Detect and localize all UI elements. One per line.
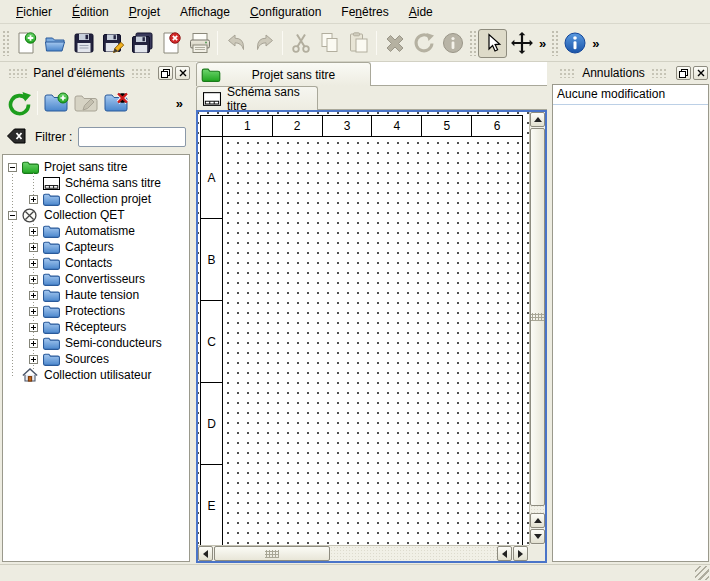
menu-affichage[interactable]: Affichage [170,2,240,22]
menu-fichier[interactable]: Fichier [6,2,62,22]
expand-expander-icon[interactable] [29,227,38,236]
tree-branch-line [12,165,13,377]
tree-item-semi-conducteurs[interactable]: Semi-conducteurs [3,335,189,351]
collapse-expander-icon[interactable] [8,163,17,172]
menu-aide[interactable]: Aide [399,2,443,22]
new-category-button[interactable] [41,88,71,118]
expand-expander-icon[interactable] [29,307,38,316]
filter-input[interactable] [78,127,186,147]
rotate-button-disabled[interactable] [409,29,438,58]
copy-button-disabled[interactable] [315,29,344,58]
expand-expander-icon[interactable] [29,275,38,284]
menu-projet[interactable]: Projet [119,2,170,22]
horizontal-scrollbar[interactable] [198,545,529,561]
folder-icon [43,352,60,366]
diagram-icon [203,91,221,106]
tree-item-contacts[interactable]: Contacts [3,255,189,271]
toolbar-drag-handle[interactable] [2,30,9,56]
scissors-icon [289,31,313,55]
cut-button-disabled[interactable] [286,29,315,58]
menu-edition[interactable]: Édition [62,2,119,22]
diagram-canvas[interactable]: 1 2 3 4 5 6 A B C D E [198,112,529,545]
reload-collections-button[interactable] [4,88,34,118]
window-resize-grip[interactable] [695,566,709,580]
expand-expander-icon[interactable] [29,339,38,348]
save-all-button[interactable] [127,29,156,58]
delete-button-disabled[interactable] [380,29,409,58]
tree-item-recepteurs[interactable]: Récepteurs [3,319,189,335]
tree-item-collection-utilisateur[interactable]: Collection utilisateur [3,367,189,383]
project-folder-icon [201,67,221,82]
tree-item-projet-sans-titre[interactable]: Projet sans titre [3,159,189,175]
diagram-view[interactable]: 1 2 3 4 5 6 A B C D E [196,110,547,563]
scroll-up-button[interactable] [530,112,545,127]
close-file-button[interactable] [156,29,185,58]
dock-close-button[interactable] [693,66,708,80]
folder-icon [43,256,60,270]
tree-item-automatisme[interactable]: Automatisme [3,223,189,239]
expand-expander-icon[interactable] [29,291,38,300]
dock-title-texture [559,68,576,78]
save-as-button[interactable] [98,29,127,58]
vertical-scrollbar[interactable] [529,112,545,545]
dock-float-button[interactable] [676,66,691,80]
tab-schema-sans-titre[interactable]: Schéma sans titre [196,86,318,110]
menu-fenetres[interactable]: Fenêtres [331,2,398,22]
undo-button-disabled[interactable] [221,29,250,58]
elements-panel-title-bar[interactable]: Panel d'éléments [0,62,192,84]
close-document-icon [159,31,183,55]
edit-category-button-disabled[interactable] [71,88,101,118]
scroll-left-button-right[interactable] [497,546,512,561]
about-button[interactable] [560,29,589,58]
expand-expander-icon[interactable] [29,259,38,268]
undo-icon [224,31,248,55]
folder-icon [43,320,60,334]
tree-item-sources[interactable]: Sources [3,351,189,367]
tree-item-collection-projet[interactable]: Collection projet [3,191,189,207]
diagram-icon [43,176,60,190]
tab-projet-sans-titre[interactable]: Projet sans titre [196,62,371,86]
paste-button-disabled[interactable] [344,29,373,58]
tree-item-convertisseurs[interactable]: Convertisseurs [3,271,189,287]
new-project-button[interactable] [11,29,40,58]
expand-expander-icon[interactable] [29,355,38,364]
collapse-expander-icon[interactable] [8,211,17,220]
open-project-button[interactable] [40,29,69,58]
tree-item-schema-sans-titre[interactable]: Schéma sans titre [3,175,189,191]
dock-float-button[interactable] [158,66,173,80]
scroll-down-button[interactable] [530,529,545,544]
tree-item-protections[interactable]: Protections [3,303,189,319]
scroll-left-button[interactable] [198,546,213,561]
menu-configuration[interactable]: Configuration [240,2,331,22]
toolbar-overflow-chevron[interactable]: » [536,36,549,51]
delete-category-button[interactable] [101,88,131,118]
undo-list-item[interactable]: Aucune modification [553,85,708,105]
print-button[interactable] [185,29,214,58]
toolbar-overflow-chevron[interactable]: » [589,36,602,51]
tools-toolbar-drag-handle[interactable] [469,30,476,56]
float-window-icon [679,69,688,78]
vertical-scrollbar-thumb[interactable] [530,128,545,506]
expand-expander-icon[interactable] [29,195,38,204]
redo-button-disabled[interactable] [250,29,279,58]
info-button-disabled[interactable] [438,29,467,58]
scroll-up-button-bottom[interactable] [530,513,545,528]
undo-history-list[interactable]: Aucune modification [552,84,709,562]
dock-close-button[interactable] [175,66,190,80]
tree-item-collection-qet[interactable]: Collection QET [3,207,189,223]
undo-panel-title-bar[interactable]: Annulations [551,62,710,84]
tree-item-haute-tension[interactable]: Haute tension [3,287,189,303]
project-tab-label: Projet sans titre [221,68,366,82]
expand-expander-icon[interactable] [29,323,38,332]
save-button[interactable] [69,29,98,58]
clear-filter-button[interactable] [6,127,27,148]
scroll-right-button[interactable] [513,546,528,561]
info-toolbar-drag-handle[interactable] [551,30,558,56]
horizontal-scrollbar-thumb[interactable] [214,546,330,561]
expand-expander-icon[interactable] [29,243,38,252]
tree-item-capteurs[interactable]: Capteurs [3,239,189,255]
clear-filter-icon [6,127,27,145]
select-mode-button[interactable] [478,29,507,58]
move-mode-button[interactable] [507,29,536,58]
panel-overflow-chevron[interactable]: » [173,96,186,111]
